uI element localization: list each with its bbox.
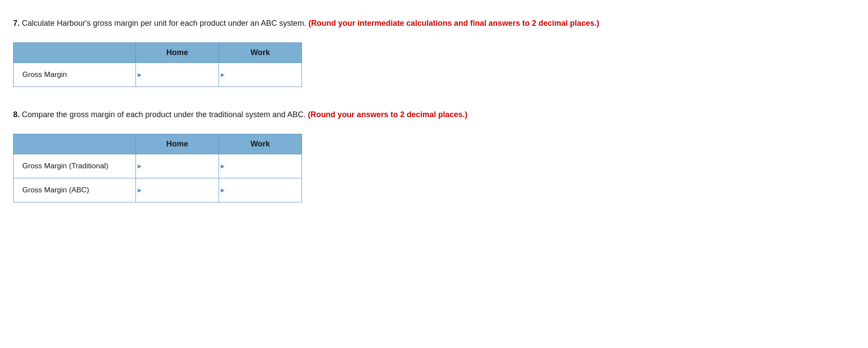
question-8-highlight: (Round your answers to 2 decimal places.… [308,110,467,119]
question-7-col1-header: Home [136,43,219,63]
question-7-text: 7. Calculate Harbour's gross margin per … [13,17,855,29]
table-row: Gross Margin (ABC) [14,178,302,202]
gross-margin-abc-home-input[interactable] [136,178,219,202]
question-7-number: 7. [13,19,20,28]
question-7-highlight: (Round your intermediate calculations an… [309,19,599,28]
gross-margin-traditional-label: Gross Margin (Traditional) [14,154,136,178]
question-8-header-row: Home Work [14,134,302,154]
gross-margin-label: Gross Margin [14,63,136,87]
question-8-table-wrapper: Home Work Gross Margin (Traditional) Gro… [13,134,855,202]
table-row: Gross Margin [14,63,302,87]
question-7-block: 7. Calculate Harbour's gross margin per … [13,17,855,87]
gross-margin-abc-work-input[interactable] [219,178,302,202]
question-8-number: 8. [13,110,20,119]
question-8-block: 8. Compare the gross margin of each prod… [13,109,855,202]
question-8-text: 8. Compare the gross margin of each prod… [13,109,855,121]
question-8-main: Compare the gross margin of each product… [22,110,308,119]
question-7-empty-header [14,43,136,63]
question-8-col1-header: Home [136,134,219,154]
gross-margin-home-input[interactable] [136,63,219,87]
question-8-empty-header [14,134,136,154]
question-7-table-wrapper: Home Work Gross Margin [13,42,855,87]
gross-margin-traditional-home-input[interactable] [136,154,219,178]
gross-margin-abc-label: Gross Margin (ABC) [14,178,136,202]
question-7-col2-header: Work [219,43,302,63]
question-8-col2-header: Work [219,134,302,154]
question-7-header-row: Home Work [14,43,302,63]
gross-margin-traditional-work-input[interactable] [219,154,302,178]
question-7-table: Home Work Gross Margin [13,42,302,87]
gross-margin-work-input[interactable] [219,63,302,87]
table-row: Gross Margin (Traditional) [14,154,302,178]
question-7-main: Calculate Harbour's gross margin per uni… [22,19,309,28]
question-8-table: Home Work Gross Margin (Traditional) Gro… [13,134,302,202]
